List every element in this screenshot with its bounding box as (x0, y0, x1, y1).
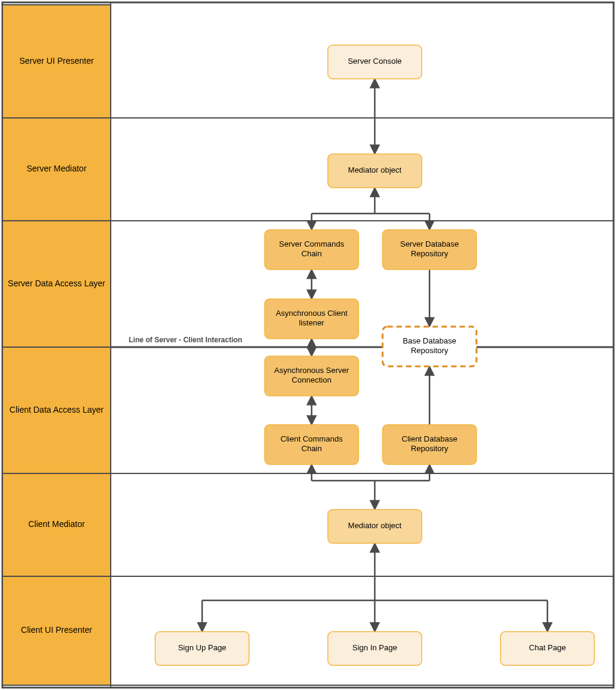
node-label: Chain (301, 444, 322, 453)
lane-label: Client UI Presenter (21, 625, 93, 635)
node-label: Client Commands (280, 434, 343, 443)
node-async-client-listener: Asynchronous Clientlistener (265, 299, 359, 339)
node-label: Mediator object (348, 521, 402, 530)
lane-label: Client Data Access Layer (10, 405, 104, 414)
interaction-line-label: Line of Server - Client Interaction (129, 336, 242, 344)
node-label: Base Database (403, 336, 457, 345)
node-label: listener (299, 318, 325, 327)
node-label: Client Database (402, 434, 458, 443)
node-server-db-repo: Server DatabaseRepository (383, 230, 476, 270)
node-label: Server Database (400, 239, 459, 248)
node-server-mediator: Mediator object (328, 154, 422, 188)
node-label: Repository (411, 249, 449, 258)
node-label: Chat Page (529, 643, 565, 652)
node-label: Asynchronous Server (274, 366, 350, 375)
lane-label: Server Mediator (26, 164, 87, 173)
lane-label: Client Mediator (28, 519, 85, 529)
node-label: Sign Up Page (178, 643, 226, 652)
node-client-db-repo: Client DatabaseRepository (383, 425, 476, 464)
lane-label: Server Data Access Layer (8, 279, 105, 288)
node-label: Server Console (348, 57, 402, 66)
architecture-diagram: Server UI PresenterServer MediatorServer… (0, 0, 616, 690)
node-sign-up: Sign Up Page (155, 632, 249, 665)
node-label: Chain (301, 249, 322, 258)
node-server-cmd-chain: Server CommandsChain (265, 230, 359, 270)
node-client-cmd-chain: Client CommandsChain (265, 425, 359, 464)
node-chat-page: Chat Page (500, 632, 594, 665)
lane-label: Server UI Presenter (19, 56, 94, 66)
node-label: Repository (411, 444, 449, 453)
node-label: Connection (292, 375, 331, 384)
node-client-mediator: Mediator object (328, 510, 422, 543)
node-label: Mediator object (348, 165, 402, 174)
node-label: Server Commands (279, 239, 345, 248)
node-label: Sign In Page (353, 643, 397, 652)
node-sign-in: Sign In Page (328, 632, 422, 665)
node-base-db-repo: Base DatabaseRepository (383, 327, 476, 366)
node-async-server-conn: Asynchronous ServerConnection (265, 356, 359, 396)
node-label: Asynchronous Client (276, 309, 348, 318)
node-server-console: Server Console (328, 45, 422, 79)
node-label: Repository (411, 346, 449, 355)
